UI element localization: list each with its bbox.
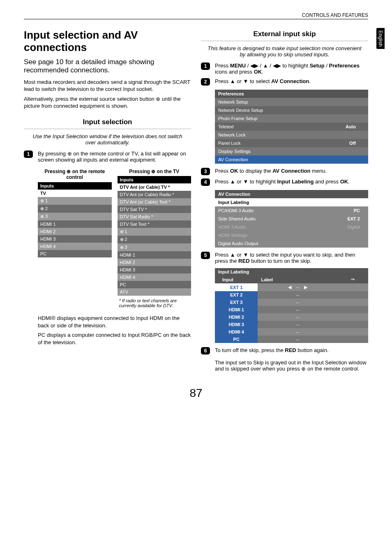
list-item[interactable]: HDMI 4 [215, 328, 258, 336]
menu-item[interactable]: Photo Frame Setup [215, 114, 317, 123]
step-text: Press ▲ or ▼ to select the input you wan… [215, 252, 368, 264]
step-text: Press ▲ or ▼ to select AV Connection. [215, 78, 368, 86]
list-item[interactable]: EXT 2 [215, 291, 258, 299]
input-icon: ⊕ [156, 96, 160, 102]
footnote: * If radio or text channels are currentl… [119, 298, 191, 308]
list-item: DTV Ant (or Cable) TV * [118, 183, 191, 191]
intro-text: See page 10 for a detailed image showing… [24, 58, 191, 74]
body-text: Most media recorders and decoders send a… [24, 79, 191, 93]
input-icon: ⊕ [67, 151, 72, 157]
menu-item-disabled: HDMI Settings [215, 231, 316, 239]
step-text: By pressing ⊕ on the remote control or T… [38, 151, 191, 163]
body-text: PC displays a computer connected to Inpu… [24, 331, 191, 346]
menu-item[interactable]: Network Device Setup [215, 106, 317, 114]
step-badge-6: 6 [201, 347, 210, 354]
list-item[interactable]: EXT 1 [215, 283, 258, 291]
body-text: HDMI® displays equipment connected to In… [24, 315, 191, 329]
list-item: HDMI 3 [38, 235, 112, 243]
menu-item-selected[interactable]: AV Connection [215, 155, 317, 164]
list-item: DTV Ant (or Cable) Text * [118, 198, 191, 206]
inputs-remote-table: Inputs TV ⊕ 1 ⊕ 2 ⊕ 3 HDMI 1 HDMI 2 HDMI… [38, 182, 112, 257]
menu-item[interactable]: Panel Lock [215, 139, 317, 147]
list-item: PC [118, 281, 191, 288]
page-title: Input selection and AV connections [24, 29, 191, 54]
preferences-menu: Preferences Network Setup Network Device… [215, 90, 368, 164]
step-badge-5: 5 [201, 252, 210, 259]
step-badge-4: 4 [201, 178, 210, 186]
list-item: HDMI 2 [38, 228, 112, 235]
list-item[interactable]: HDMI 2 [215, 313, 258, 321]
list-item[interactable]: EXT 3 [215, 299, 258, 306]
breadcrumb: CONTROLS AND FEATURES [302, 12, 368, 18]
step-badge-2: 2 [201, 78, 210, 86]
down-icon: ▼ [243, 252, 249, 258]
list-item: PC [38, 250, 112, 257]
up-icon: ▲ [230, 78, 235, 84]
list-item: DTV Sat TV * [118, 206, 191, 213]
menu-item-selected[interactable]: Input Labeling [215, 198, 316, 206]
step-badge-1: 1 [201, 63, 210, 70]
leftright-icon: ◀▶ [273, 63, 281, 69]
table-caption-remote: Pressing ⊕ on the remote control [38, 169, 112, 181]
page-number: 87 [24, 387, 368, 400]
up-icon: ▲ [230, 178, 235, 185]
skip-icon [351, 277, 355, 282]
right-icon[interactable]: ▶ [304, 285, 307, 290]
input-labeling-menu: Input Labeling Input Label EXT 1◀ -- ▶ E… [215, 268, 368, 343]
list-item: HDMI 1 [118, 251, 191, 259]
list-item[interactable]: HDMI 1 [215, 306, 258, 313]
step-text: Press ▲ or ▼ to highlight Input Labeling… [215, 178, 368, 186]
list-item[interactable]: PC [215, 336, 258, 343]
list-item: HDMI 2 [118, 259, 191, 266]
menu-item[interactable]: PC/HDMI 3 Audio [215, 206, 316, 215]
step-text: Press OK to display the AV Connection me… [215, 168, 368, 175]
list-item[interactable]: HDMI 3 [215, 321, 258, 328]
up-icon: ▲ [263, 63, 268, 69]
menu-item-disabled: HDMI 3 Audio [215, 223, 316, 231]
language-tab: English [376, 28, 385, 49]
list-item: TV [38, 190, 112, 197]
list-item: ⊕ 2 [38, 205, 112, 213]
section-heading: External input skip [201, 30, 368, 38]
list-item: ⊕ 2 [118, 236, 191, 243]
down-icon: ▼ [243, 78, 249, 84]
down-icon: ▼ [243, 178, 249, 185]
list-item: ⊕ 3 [118, 243, 191, 251]
list-item: HDMI 1 [38, 220, 112, 228]
leftright-icon: ◀▶ [250, 63, 258, 69]
step-badge-3: 3 [201, 168, 210, 175]
list-item: DTV Sat Text * [118, 220, 191, 228]
menu-item[interactable]: Digital Audio Output [215, 239, 316, 248]
input-icon: ⊕ [301, 366, 306, 372]
table-caption-tv: Pressing ⊕ on the TV [118, 169, 191, 174]
list-item: HDMI 4 [118, 273, 191, 281]
list-item: ⊕ 1 [38, 197, 112, 205]
menu-item[interactable]: Teletext [215, 123, 317, 131]
list-item: DTV Ant (or Cable) Radio * [118, 191, 191, 198]
left-icon[interactable]: ◀ [288, 285, 291, 290]
menu-item[interactable]: Network Setup [215, 98, 317, 106]
section-sub: This feature is designed to make input s… [205, 45, 364, 58]
step-text: Press MENU / ◀▶ / ▲ / ◀▶ to highlight Se… [215, 63, 368, 75]
menu-item[interactable]: Network Lock [215, 131, 317, 139]
section-sub: Use the Input Selection window if the te… [28, 133, 187, 146]
list-item: ⊕ 3 [38, 213, 112, 220]
list-item: ATV [118, 288, 191, 296]
list-item: HDMI 3 [118, 266, 191, 273]
menu-item[interactable]: Display Settings [215, 147, 317, 155]
list-item: ⊕ 1 [118, 228, 191, 236]
av-connection-menu: AV Connection Input Labeling PC/HDMI 3 A… [215, 190, 368, 248]
step-text: To turn off the skip, press the RED butt… [215, 347, 368, 372]
inputs-tv-table: Inputs DTV Ant (or Cable) TV * DTV Ant (… [118, 176, 191, 296]
section-heading: Input selection [24, 118, 191, 126]
step-badge-1: 1 [24, 151, 33, 158]
list-item: DTV Sat Radio * [118, 213, 191, 220]
menu-item[interactable]: Side Shared Audio [215, 215, 316, 223]
up-icon: ▲ [230, 252, 235, 258]
list-item: HDMI 4 [38, 243, 112, 250]
body-text: Alternatively, press the external source… [24, 95, 191, 110]
